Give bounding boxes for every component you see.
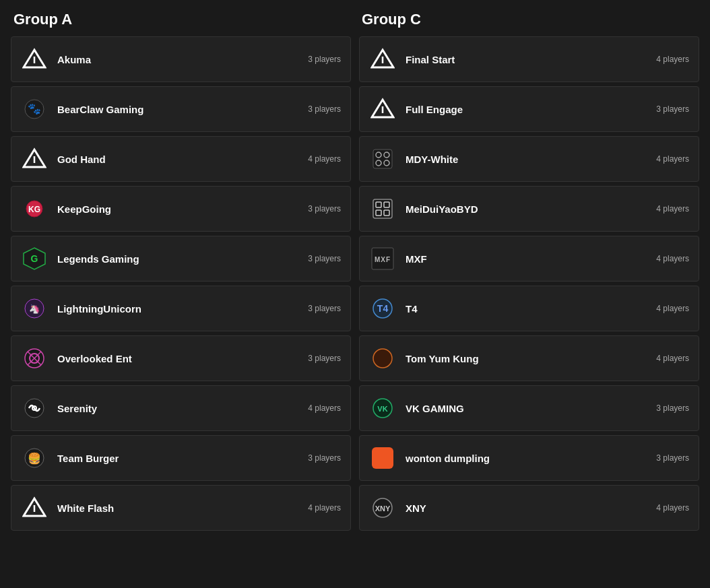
team-logo <box>21 494 48 521</box>
team-name: VK GAMING <box>406 403 656 414</box>
svg-text:XNY: XNY <box>375 504 391 513</box>
team-logo: T4 <box>369 295 396 322</box>
svg-text:MXF: MXF <box>375 256 391 263</box>
player-count: 4 players <box>656 55 689 64</box>
player-count: 3 players <box>308 354 341 363</box>
team-name: wonton dumpling <box>406 453 656 464</box>
team-row[interactable]: 🍲 Tom Yum Kung4 players <box>359 335 699 381</box>
team-logo <box>369 195 396 222</box>
svg-rect-26 <box>373 150 392 168</box>
team-row[interactable]: 🥟 wonton dumpling3 players <box>359 435 699 481</box>
team-name: XNY <box>406 502 656 514</box>
team-name: Team Burger <box>57 453 308 464</box>
svg-text:T4: T4 <box>377 303 389 314</box>
team-name: T4 <box>406 303 656 315</box>
group-group-a: Group A Akuma3 players 🐾 BearClaw Gaming… <box>11 11 351 531</box>
team-row[interactable]: Akuma3 players <box>11 36 351 82</box>
player-count: 3 players <box>656 403 689 413</box>
team-name: Full Engage <box>406 104 656 115</box>
team-logo <box>21 46 48 73</box>
team-logo: 🥟 <box>369 445 396 471</box>
team-row[interactable]: Serenity4 players <box>11 385 351 431</box>
team-row[interactable]: Full Engage3 players <box>359 86 699 132</box>
team-row[interactable]: 🐾 BearClaw Gaming3 players <box>11 86 351 132</box>
team-logo <box>21 395 48 422</box>
svg-text:🍔: 🍔 <box>28 452 41 465</box>
player-count: 4 players <box>308 154 341 164</box>
player-count: 4 players <box>308 503 341 513</box>
svg-text:KG: KG <box>28 205 40 214</box>
player-count: 3 players <box>308 254 341 263</box>
team-name: MXF <box>406 253 656 265</box>
player-count: 3 players <box>308 104 341 114</box>
team-name: Legends Gaming <box>57 253 308 265</box>
team-logo <box>369 145 396 172</box>
team-name: Akuma <box>57 54 308 65</box>
team-row[interactable]: God Hand4 players <box>11 136 351 182</box>
team-list: Final Start4 players Full Engage3 player… <box>359 36 699 531</box>
player-count: 4 players <box>308 403 341 413</box>
team-name: White Flash <box>57 502 308 514</box>
team-logo <box>369 96 396 123</box>
team-name: Serenity <box>57 403 308 414</box>
team-name: MDY-White <box>406 154 656 165</box>
team-row[interactable]: 🍔 Team Burger3 players <box>11 435 351 481</box>
player-count: 4 players <box>656 204 689 214</box>
team-name: God Hand <box>57 154 308 165</box>
player-count: 3 players <box>308 304 341 313</box>
svg-text:VK: VK <box>377 405 387 413</box>
team-name: Overlooked Ent <box>57 353 308 364</box>
team-logo: 🍲 <box>369 345 396 372</box>
team-row[interactable]: 🦄 LightningUnicorn3 players <box>11 286 351 331</box>
team-row[interactable]: MXF MXF4 players <box>359 236 699 282</box>
team-logo: 🍔 <box>21 445 48 471</box>
player-count: 4 players <box>656 154 689 164</box>
team-logo: VK <box>369 395 396 422</box>
group-group-c: Group C Final Start4 players Full Engage… <box>359 11 699 531</box>
team-row[interactable]: VK VK GAMING3 players <box>359 385 699 431</box>
team-row[interactable]: Final Start4 players <box>359 36 699 82</box>
team-logo <box>21 345 48 372</box>
svg-text:🦄: 🦄 <box>29 303 40 315</box>
team-row[interactable]: Overlooked Ent3 players <box>11 335 351 381</box>
team-row[interactable]: XNY XNY4 players <box>359 485 699 531</box>
team-logo <box>21 145 48 172</box>
team-logo: MXF <box>369 245 396 272</box>
team-logo <box>369 46 396 73</box>
team-row[interactable]: KG KeepGoing3 players <box>11 186 351 232</box>
player-count: 4 players <box>656 354 689 363</box>
player-count: 4 players <box>656 503 689 513</box>
player-count: 3 players <box>308 453 341 463</box>
team-row[interactable]: G Legends Gaming3 players <box>11 236 351 282</box>
team-name: Final Start <box>406 54 656 65</box>
team-name: LightningUnicorn <box>57 303 308 315</box>
team-name: Tom Yum Kung <box>406 353 656 364</box>
team-logo: XNY <box>369 494 396 521</box>
player-count: 3 players <box>308 55 341 64</box>
team-name: BearClaw Gaming <box>57 104 308 115</box>
team-row[interactable]: MDY-White4 players <box>359 136 699 182</box>
team-name: KeepGoing <box>57 203 308 215</box>
player-count: 4 players <box>656 254 689 263</box>
player-count: 4 players <box>656 304 689 313</box>
svg-point-40 <box>373 349 392 368</box>
groups-container: Group A Akuma3 players 🐾 BearClaw Gaming… <box>11 11 699 531</box>
team-logo: G <box>21 245 48 272</box>
team-logo: KG <box>21 195 48 222</box>
player-count: 3 players <box>656 453 689 463</box>
team-row[interactable]: MeiDuiYaoBYD4 players <box>359 186 699 232</box>
player-count: 3 players <box>656 104 689 114</box>
team-logo: 🦄 <box>21 295 48 322</box>
group-title: Group C <box>359 11 699 28</box>
svg-text:🐾: 🐾 <box>28 102 41 115</box>
team-name: MeiDuiYaoBYD <box>406 203 656 215</box>
team-row[interactable]: White Flash4 players <box>11 485 351 531</box>
group-title: Group A <box>11 11 351 28</box>
player-count: 3 players <box>308 204 341 214</box>
team-row[interactable]: T4 T44 players <box>359 286 699 331</box>
svg-text:G: G <box>31 253 38 264</box>
team-list: Akuma3 players 🐾 BearClaw Gaming3 player… <box>11 36 351 531</box>
svg-rect-44 <box>372 447 393 469</box>
team-logo: 🐾 <box>21 96 48 123</box>
